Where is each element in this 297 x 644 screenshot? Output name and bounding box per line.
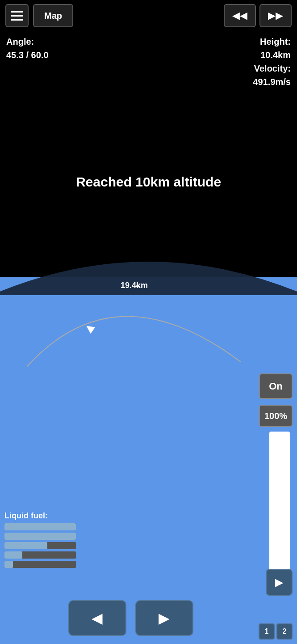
fuel-bar-4 bbox=[4, 551, 76, 559]
stats-left: Angle: 45.3 / 60.0 bbox=[6, 35, 49, 62]
percent-button[interactable]: 100% bbox=[259, 405, 293, 427]
throttle-slider-track[interactable] bbox=[269, 432, 290, 575]
fuel-label: Liquid fuel: bbox=[4, 511, 76, 521]
height-label: Height: bbox=[253, 35, 291, 48]
num-2-button[interactable]: 2 bbox=[276, 623, 293, 640]
on-button[interactable]: On bbox=[259, 373, 293, 399]
distance-label: 19.4km bbox=[121, 281, 148, 290]
forward-button[interactable]: ▶▶ bbox=[259, 4, 292, 27]
top-left: Map bbox=[5, 4, 73, 27]
fuel-bar-fill-4 bbox=[4, 551, 22, 559]
top-bar: Map ◀◀ ▶▶ bbox=[0, 0, 297, 31]
velocity-label: Velocity: bbox=[253, 62, 291, 75]
top-right: ◀◀ ▶▶ bbox=[224, 4, 292, 27]
rewind-button[interactable]: ◀◀ bbox=[224, 4, 256, 27]
fuel-bar-5 bbox=[4, 561, 76, 568]
fuel-bar-2 bbox=[4, 533, 76, 540]
num-1-button[interactable]: 1 bbox=[259, 623, 275, 640]
velocity-value: 491.9m/s bbox=[253, 75, 291, 89]
fuel-bar-1 bbox=[4, 523, 76, 530]
fuel-bar-fill-2 bbox=[4, 533, 76, 540]
stats-right: Height: 10.4km Velocity: 491.9m/s bbox=[253, 35, 291, 89]
menu-button[interactable] bbox=[5, 4, 29, 27]
bottom-nav: ◀ ▶ bbox=[0, 600, 261, 636]
trajectory-path bbox=[27, 259, 250, 376]
fuel-bar-fill-1 bbox=[4, 523, 76, 530]
throttle-slider-fill bbox=[269, 432, 290, 575]
fuel-bar-fill-5 bbox=[4, 561, 13, 568]
height-value: 10.4km bbox=[253, 48, 291, 62]
fuel-section: Liquid fuel: bbox=[4, 511, 76, 570]
bottom-play-button[interactable]: ▶ bbox=[135, 600, 193, 636]
fuel-bar-3 bbox=[4, 542, 76, 549]
hamburger-line-1 bbox=[11, 11, 23, 13]
side-play-button[interactable]: ▶ bbox=[266, 569, 293, 596]
fuel-bar-fill-3 bbox=[4, 542, 47, 549]
angle-label: Angle: bbox=[6, 35, 49, 48]
altitude-message: Reached 10km altitude bbox=[0, 174, 297, 190]
hamburger-line-3 bbox=[11, 19, 23, 21]
angle-value: 45.3 / 60.0 bbox=[6, 48, 49, 62]
map-button[interactable]: Map bbox=[33, 4, 73, 27]
hamburger-line-2 bbox=[11, 15, 23, 17]
number-buttons: 1 2 bbox=[259, 623, 293, 640]
bottom-rewind-button[interactable]: ◀ bbox=[68, 600, 126, 636]
